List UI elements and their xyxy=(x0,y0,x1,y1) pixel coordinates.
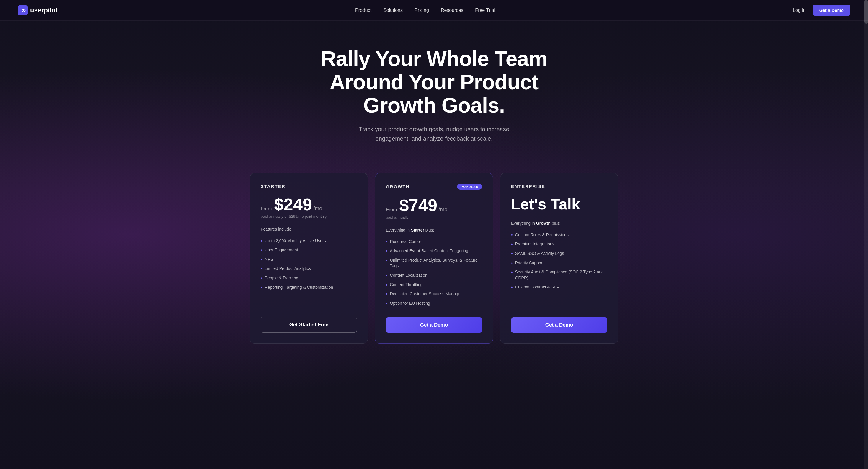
list-item: People & Tracking xyxy=(261,273,357,283)
list-item: Limited Product Analytics xyxy=(261,264,357,273)
enterprise-cta-button[interactable]: Get a Demo xyxy=(511,317,607,333)
enterprise-features-list: Custom Roles & Permissions Premium Integ… xyxy=(511,230,607,308)
nav-actions: Log in Get a Demo xyxy=(793,5,850,15)
list-item: Custom Roles & Permissions xyxy=(511,230,607,240)
navbar: 𝓪 userpilot Product Solutions Pricing Re… xyxy=(0,0,868,21)
logo-text: userpilot xyxy=(30,6,58,14)
get-demo-nav-button[interactable]: Get a Demo xyxy=(813,5,850,15)
pricing-section: STARTER From $249 /mo paid annually or $… xyxy=(0,161,868,368)
hero-subtitle: Track your product growth goals, nudge u… xyxy=(351,125,517,143)
starter-features-label-text: Features include xyxy=(261,227,291,232)
nav-item-pricing[interactable]: Pricing xyxy=(414,8,429,13)
enterprise-price: Let's Talk xyxy=(511,196,607,213)
growth-cta-button[interactable]: Get a Demo xyxy=(386,317,482,333)
list-item: Priority Support xyxy=(511,258,607,268)
logo[interactable]: 𝓪 userpilot xyxy=(18,5,58,15)
growth-features-label: Everything in Starter plus: xyxy=(386,228,482,232)
list-item: Premium Integrations xyxy=(511,239,607,249)
enterprise-features-label: Everything in Growth plus: xyxy=(511,221,607,226)
enterprise-plan-header: ENTERPRISE xyxy=(511,184,607,189)
nav-item-free-trial[interactable]: Free Trial xyxy=(475,8,495,13)
starter-price-period: /mo xyxy=(313,206,322,212)
growth-features-intro-bold: Starter xyxy=(411,228,424,232)
login-button[interactable]: Log in xyxy=(793,8,806,13)
scrollbar-thumb xyxy=(864,0,868,24)
list-item: Up to 2,000 Monthly Active Users xyxy=(261,236,357,246)
list-item: Security Audit & Compliance (SOC 2 Type … xyxy=(511,268,607,282)
nav-link-solutions[interactable]: Solutions xyxy=(383,8,403,13)
growth-price-from: From xyxy=(386,207,397,212)
pricing-card-growth: GROWTH POPULAR From $749 /mo paid annual… xyxy=(375,173,493,344)
starter-plan-header: STARTER xyxy=(261,184,357,189)
nav-item-product[interactable]: Product xyxy=(355,8,371,13)
nav-link-product[interactable]: Product xyxy=(355,8,371,13)
list-item: User Engagement xyxy=(261,245,357,255)
growth-price-note: paid annually xyxy=(386,215,482,220)
starter-price-row: From $249 /mo xyxy=(261,196,357,213)
growth-price-period: /mo xyxy=(438,206,447,213)
hero-title: Rally Your Whole Team Around Your Produc… xyxy=(316,47,552,118)
list-item: Advanced Event-Based Content Triggering xyxy=(386,246,482,256)
enterprise-plan-name: ENTERPRISE xyxy=(511,184,545,189)
nav-links: Product Solutions Pricing Resources Free… xyxy=(355,8,495,13)
starter-plan-name: STARTER xyxy=(261,184,285,189)
list-item: Content Throttling xyxy=(386,280,482,290)
list-item: Option for EU Hosting xyxy=(386,299,482,308)
enterprise-features-intro-pre: Everything in xyxy=(511,221,536,226)
list-item: Dedicated Customer Success Manager xyxy=(386,289,482,299)
starter-price-amount: $249 xyxy=(274,196,312,213)
growth-plan-name: GROWTH xyxy=(386,184,409,189)
starter-features-list: Up to 2,000 Monthly Active Users User En… xyxy=(261,236,357,308)
pricing-card-starter: STARTER From $249 /mo paid annually or $… xyxy=(250,173,368,344)
pricing-card-enterprise: ENTERPRISE Let's Talk Everything in Grow… xyxy=(500,173,618,344)
starter-price-note: paid annually or $299/mo paid monthly xyxy=(261,214,357,219)
nav-item-resources[interactable]: Resources xyxy=(441,8,463,13)
growth-features-list: Resource Center Advanced Event-Based Con… xyxy=(386,237,482,308)
enterprise-features-intro-bold: Growth xyxy=(536,221,551,226)
popular-badge: POPULAR xyxy=(457,184,482,190)
growth-price-row: From $749 /mo xyxy=(386,197,482,214)
scrollbar[interactable] xyxy=(864,0,868,469)
growth-features-intro-post: plus: xyxy=(424,228,434,232)
list-item: Reporting, Targeting & Customization xyxy=(261,283,357,292)
list-item: Custom Contract & SLA xyxy=(511,282,607,292)
starter-features-label: Features include xyxy=(261,227,357,232)
nav-link-resources[interactable]: Resources xyxy=(441,8,463,13)
list-item: Content Localization xyxy=(386,271,482,280)
list-item: Resource Center xyxy=(386,237,482,246)
logo-icon: 𝓪 xyxy=(18,5,28,15)
starter-price-from: From xyxy=(261,206,272,211)
list-item: NPS xyxy=(261,255,357,264)
list-item: Unlimited Product Analytics, Surveys, & … xyxy=(386,256,482,271)
starter-cta-button[interactable]: Get Started Free xyxy=(261,317,357,333)
nav-item-solutions[interactable]: Solutions xyxy=(383,8,403,13)
growth-plan-header: GROWTH POPULAR xyxy=(386,184,482,190)
hero-section: Rally Your Whole Team Around Your Produc… xyxy=(0,21,868,161)
enterprise-features-intro-post: plus: xyxy=(551,221,560,226)
list-item: SAML SSO & Activity Logs xyxy=(511,249,607,258)
nav-link-pricing[interactable]: Pricing xyxy=(414,8,429,13)
growth-features-intro-pre: Everything in xyxy=(386,228,411,232)
nav-link-free-trial[interactable]: Free Trial xyxy=(475,8,495,13)
growth-price-amount: $749 xyxy=(399,197,437,214)
